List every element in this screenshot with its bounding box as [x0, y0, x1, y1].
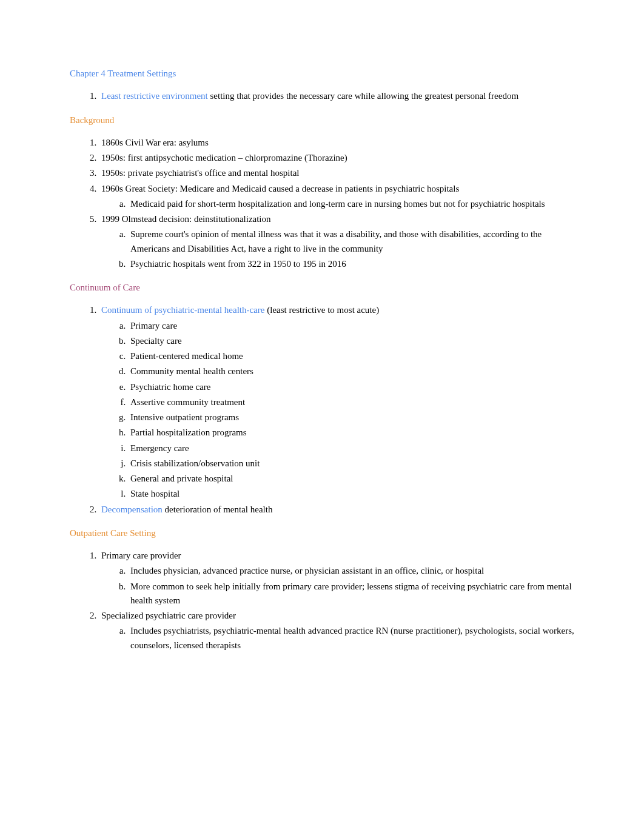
out-item-2-text: Specialized psychiatric care provider — [101, 611, 236, 620]
cont-1i: Emergency care — [128, 441, 574, 455]
cont-1h: Partial hospitalization programs — [128, 426, 574, 440]
continuum-heading: Continuum of Care — [70, 281, 574, 295]
cont-1f: Assertive community treatment — [128, 395, 574, 409]
intro-term: Least restrictive environment — [101, 91, 210, 101]
bg-item-3: 1950s: private psychiatrist's office and… — [99, 166, 574, 180]
bg-item-2: 1950s: first antipsychotic medication – … — [99, 151, 574, 165]
background-heading: Background — [70, 113, 574, 127]
cont-item-2-def: deterioration of mental health — [165, 505, 273, 514]
cont-1d: Community mental health centers — [128, 364, 574, 378]
intro-item: Least restrictive environment setting th… — [99, 89, 574, 103]
cont-item-2-term: Decompensation — [101, 505, 165, 514]
out-item-1-text: Primary care provider — [101, 551, 181, 560]
cont-1k: General and private hospital — [128, 472, 574, 486]
bg-item-4: 1960s Great Society: Medicare and Medica… — [99, 182, 574, 212]
cont-1c: Patient-centered medical home — [128, 349, 574, 363]
bg-item-5b: Psychiatric hospitals went from 322 in 1… — [128, 257, 574, 271]
out-item-1: Primary care provider Includes physician… — [99, 549, 574, 608]
cont-1g: Intensive outpatient programs — [128, 411, 574, 424]
intro-def: setting that provides the necessary care… — [210, 91, 519, 101]
cont-item-1: Continuum of psychiatric-mental health-c… — [99, 303, 574, 501]
outpatient-heading: Outpatient Care Setting — [70, 526, 574, 540]
bg-item-4-text: 1960s Great Society: Medicare and Medica… — [101, 184, 459, 193]
bg-item-5-text: 1999 Olmstead decision: deinstitutionali… — [101, 214, 271, 224]
out-item-2: Specialized psychiatric care provider In… — [99, 609, 574, 652]
cont-1l: State hospital — [128, 487, 574, 501]
cont-1b: Specialty care — [128, 334, 574, 348]
cont-item-1-def: (least restrictive to most acute) — [267, 305, 379, 315]
chapter-title: Chapter 4 Treatment Settings — [70, 67, 574, 81]
bg-item-1: 1860s Civil War era: asylums — [99, 136, 574, 150]
cont-1j: Crisis stabilization/observation unit — [128, 457, 574, 471]
cont-item-2: Decompensation deterioration of mental h… — [99, 503, 574, 517]
out-2a: Includes psychiatrists, psychiatric-ment… — [128, 624, 574, 652]
out-1b: More common to seek help initially from … — [128, 580, 574, 608]
out-1a: Includes physician, advanced practice nu… — [128, 564, 574, 578]
cont-1e: Psychiatric home care — [128, 380, 574, 394]
bg-item-5: 1999 Olmstead decision: deinstitutionali… — [99, 212, 574, 271]
bg-item-4a: Medicaid paid for short-term hospitaliza… — [128, 197, 574, 211]
bg-item-5a: Supreme court's opinion of mental illnes… — [128, 227, 574, 256]
cont-1a: Primary care — [128, 319, 574, 333]
cont-item-1-term: Continuum of psychiatric-mental health-c… — [101, 305, 267, 315]
